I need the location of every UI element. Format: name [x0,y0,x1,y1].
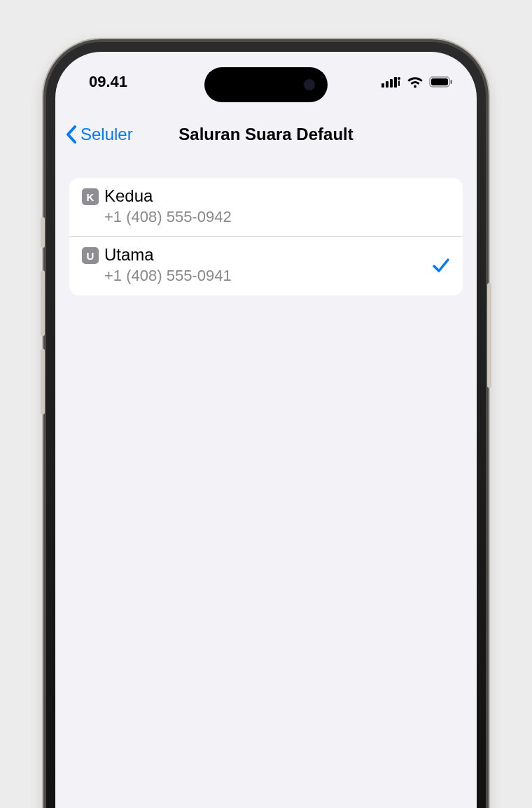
chevron-left-icon [65,125,78,144]
sim-badge: K [82,188,99,205]
svg-rect-2 [390,79,393,88]
svg-rect-3 [394,77,397,88]
dynamic-island [204,67,328,102]
svg-rect-0 [382,83,384,88]
line-name: Kedua [104,186,450,207]
wifi-icon [407,76,424,88]
battery-icon [429,76,453,88]
status-indicators [382,76,453,88]
svg-rect-8 [451,80,453,84]
line-list: K Kedua +1 (408) 555-0942 U Utama +1 (40… [69,178,463,295]
back-button[interactable]: Seluler [65,125,133,144]
line-option-utama[interactable]: U Utama +1 (408) 555-0941 [69,236,463,295]
line-name: Utama [104,245,432,265]
line-text: Utama +1 (408) 555-0941 [104,245,432,285]
line-number: +1 (408) 555-0941 [104,266,432,286]
line-text: Kedua +1 (408) 555-0942 [104,186,450,226]
checkmark-icon [432,256,450,274]
sim-badge: U [82,247,99,264]
line-option-kedua[interactable]: K Kedua +1 (408) 555-0942 [69,178,463,236]
volume-up-button [41,270,45,336]
svg-rect-1 [386,81,388,88]
dual-sim-signal-icon [382,76,401,88]
svg-rect-7 [431,78,448,85]
svg-point-4 [398,77,400,80]
line-number: +1 (408) 555-0942 [104,207,450,227]
page-title: Saluran Suara Default [178,125,353,144]
mute-switch [41,217,45,248]
volume-down-button [41,349,45,415]
status-time: 09.41 [89,73,127,91]
svg-rect-5 [398,81,400,86]
power-button [487,283,491,388]
nav-bar: Seluler Saluran Suara Default [55,104,477,155]
back-label: Seluler [80,125,133,144]
screen: 09.41 [55,52,477,808]
